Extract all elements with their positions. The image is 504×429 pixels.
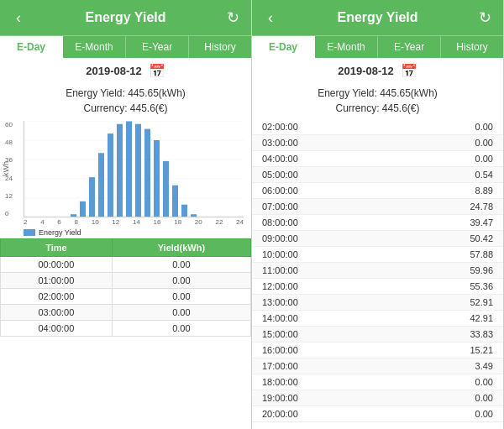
xtick-20: 20 <box>195 218 202 226</box>
right-tab-eday[interactable]: E-Day <box>252 36 315 58</box>
list-time: 03:00:00 <box>262 138 298 148</box>
list-value: 55.36 <box>470 281 493 291</box>
list-item: 05:00:00 0.54 <box>252 167 503 183</box>
right-panel: ‹ Energy Yield ↻ E-Day E-Month E-Year Hi… <box>252 0 504 429</box>
list-value: 0.00 <box>475 393 493 403</box>
bar-chart <box>24 121 244 217</box>
right-summary-line1: Energy Yield: 445.65(kWh) <box>252 86 503 101</box>
list-value: 0.00 <box>475 409 493 419</box>
right-list-container: 02:00:00 0.00 03:00:00 0.00 04:00:00 0.0… <box>252 119 503 429</box>
list-time: 13:00:00 <box>262 297 298 307</box>
right-header: ‹ Energy Yield ↻ <box>252 0 503 35</box>
list-item: 08:00:00 39.47 <box>252 215 503 231</box>
x-axis: 2 4 6 8 10 12 14 16 18 20 22 24 <box>24 217 244 227</box>
chart-legend: Energy Yield <box>24 227 248 238</box>
yield-cell: 0.00 <box>112 321 250 337</box>
left-refresh-icon[interactable]: ↻ <box>223 8 243 27</box>
list-value: 0.00 <box>475 377 493 387</box>
table-row: 03:00:00 0.00 <box>1 305 251 321</box>
left-header: ‹ Energy Yield ↻ <box>0 0 251 35</box>
xtick-18: 18 <box>174 218 181 226</box>
right-refresh-icon[interactable]: ↻ <box>475 8 495 27</box>
xtick-4: 4 <box>40 218 44 226</box>
left-tab-emonth[interactable]: E-Month <box>63 36 126 58</box>
yield-cell: 0.00 <box>112 289 250 305</box>
xtick-2: 2 <box>24 218 27 226</box>
list-time: 07:00:00 <box>262 201 298 212</box>
left-tab-eday[interactable]: E-Day <box>0 36 63 58</box>
left-tab-history[interactable]: History <box>189 36 251 58</box>
list-item: 02:00:00 0.00 <box>252 119 503 135</box>
list-item: 09:00:00 50.42 <box>252 231 503 247</box>
time-cell: 00:00:00 <box>1 257 113 273</box>
list-item: 04:00:00 0.00 <box>252 151 503 167</box>
svg-rect-12 <box>126 122 132 218</box>
svg-rect-17 <box>172 186 178 217</box>
svg-rect-14 <box>144 129 150 217</box>
list-time: 11:00:00 <box>262 265 298 275</box>
right-tab-emonth[interactable]: E-Month <box>315 36 378 58</box>
svg-rect-10 <box>108 133 113 217</box>
ytick-36: 36 <box>5 156 13 164</box>
left-data-table: Time Yield(kWh) 00:00:00 0.00 01:00:00 0… <box>0 238 251 337</box>
list-item: 15:00:00 33.83 <box>252 327 503 343</box>
time-cell: 01:00:00 <box>1 273 113 289</box>
list-time: 20:00:00 <box>262 409 298 419</box>
list-value: 0.00 <box>475 138 493 148</box>
left-title: Energy Yield <box>29 10 223 25</box>
list-value: 0.54 <box>475 170 493 180</box>
left-calendar-icon[interactable]: 📅 <box>149 63 165 79</box>
list-time: 16:00:00 <box>262 345 298 355</box>
xtick-24: 24 <box>236 218 244 226</box>
yield-cell: 0.00 <box>112 273 250 289</box>
list-time: 17:00:00 <box>262 361 298 371</box>
left-back-icon[interactable]: ‹ <box>8 9 29 27</box>
svg-rect-13 <box>135 124 141 217</box>
list-item: 16:00:00 15.21 <box>252 343 503 358</box>
list-item: 07:00:00 24.78 <box>252 199 503 215</box>
right-back-icon[interactable]: ‹ <box>260 9 281 27</box>
list-item: 20:00:00 0.00 <box>252 406 503 422</box>
list-time: 10:00:00 <box>262 249 298 259</box>
list-value: 8.89 <box>475 186 493 196</box>
list-value: 33.83 <box>470 329 493 339</box>
list-time: 08:00:00 <box>262 217 298 228</box>
time-cell: 02:00:00 <box>1 289 113 305</box>
col-yield: Yield(kWh) <box>112 239 250 257</box>
list-value: 52.91 <box>470 297 493 307</box>
list-item: 17:00:00 3.49 <box>252 358 503 374</box>
svg-rect-18 <box>181 205 187 217</box>
list-value: 15.21 <box>470 345 493 355</box>
list-item: 18:00:00 0.00 <box>252 374 503 390</box>
list-item: 13:00:00 52.91 <box>252 295 503 311</box>
right-title: Energy Yield <box>281 10 475 25</box>
right-calendar-icon[interactable]: 📅 <box>401 63 417 79</box>
ytick-60: 60 <box>5 121 13 128</box>
table-row: 02:00:00 0.00 <box>1 289 251 305</box>
right-tab-history[interactable]: History <box>441 36 503 58</box>
list-item: 11:00:00 59.96 <box>252 263 503 279</box>
left-summary-line2: Currency: 445.6(€) <box>0 101 251 116</box>
list-value: 0.00 <box>475 122 493 132</box>
list-time: 05:00:00 <box>262 170 298 180</box>
time-cell: 03:00:00 <box>1 305 113 321</box>
list-value: 50.42 <box>470 233 493 243</box>
legend-label: Energy Yield <box>39 228 81 237</box>
right-summary-line2: Currency: 445.6(€) <box>252 101 503 116</box>
yield-cell: 0.00 <box>112 305 250 321</box>
left-date-row: 2019-08-12 📅 <box>0 58 251 84</box>
xtick-8: 8 <box>75 218 78 226</box>
list-item: 10:00:00 57.88 <box>252 247 503 263</box>
left-tab-eyear[interactable]: E-Year <box>126 36 189 58</box>
list-time: 19:00:00 <box>262 393 298 403</box>
right-summary: Energy Yield: 445.65(kWh) Currency: 445.… <box>252 84 503 119</box>
ytick-0: 0 <box>5 210 13 217</box>
list-value: 39.47 <box>470 217 493 228</box>
right-tab-eyear[interactable]: E-Year <box>378 36 441 58</box>
list-item: 12:00:00 55.36 <box>252 279 503 295</box>
col-time: Time <box>1 239 113 257</box>
list-item: 14:00:00 42.91 <box>252 311 503 327</box>
list-value: 3.49 <box>475 361 493 371</box>
yield-cell: 0.00 <box>112 257 250 273</box>
list-value: 24.78 <box>470 201 493 212</box>
